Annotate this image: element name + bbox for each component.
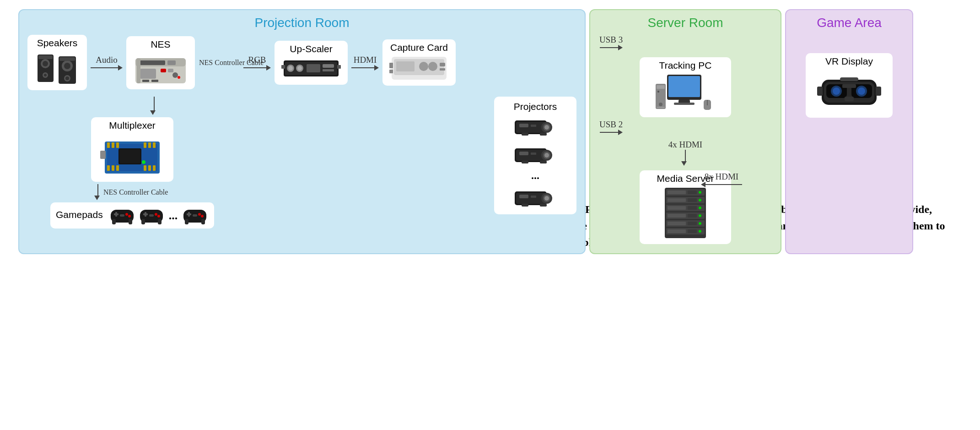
svg-rect-114 (668, 76, 700, 97)
svg-point-66 (128, 215, 131, 218)
gamepads-label: Gamepads (56, 209, 103, 220)
svg-rect-42 (389, 63, 393, 68)
hdmi8x-connector-area: 8x HDMI (18, 172, 742, 187)
svg-rect-131 (668, 191, 686, 194)
svg-rect-20 (137, 58, 140, 83)
nes-device: NES (126, 36, 195, 89)
svg-point-99 (544, 153, 549, 158)
svg-point-156 (858, 87, 865, 95)
svg-rect-119 (657, 91, 659, 93)
svg-rect-51 (144, 142, 146, 148)
nes-to-mux-arrowhead (150, 110, 156, 115)
svg-rect-43 (389, 70, 393, 73)
svg-rect-85 (201, 219, 205, 224)
svg-rect-68 (112, 219, 116, 224)
usb3-label: USB 3 (599, 35, 623, 45)
svg-rect-31 (323, 64, 334, 68)
svg-point-120 (659, 103, 662, 106)
svg-point-153 (833, 87, 840, 95)
vr-display-device: VR Display (806, 53, 893, 118)
speakers-label: Speakers (37, 38, 78, 49)
hdmi4x-arrow (684, 150, 687, 166)
svg-rect-100 (519, 152, 528, 155)
svg-point-74 (157, 215, 160, 218)
svg-point-4 (44, 74, 47, 76)
svg-rect-16 (140, 69, 156, 79)
svg-point-137 (699, 191, 701, 194)
svg-rect-47 (119, 149, 140, 163)
svg-rect-134 (668, 214, 686, 218)
svg-rect-33 (281, 65, 285, 69)
svg-point-140 (699, 214, 701, 217)
multiplexer-icon (100, 132, 164, 178)
svg-rect-54 (107, 165, 110, 171)
svg-point-27 (288, 66, 293, 71)
svg-point-141 (699, 222, 701, 225)
svg-rect-34 (337, 65, 341, 69)
svg-point-10 (65, 76, 69, 80)
nes-label: NES (151, 39, 170, 50)
usb3-arrow (600, 45, 623, 50)
svg-rect-21 (142, 80, 149, 82)
svg-rect-5 (38, 55, 53, 59)
mux-to-gamepads-arrowhead (94, 196, 100, 200)
svg-point-39 (428, 62, 437, 71)
speakers-icon (37, 50, 78, 87)
game-area-label: Game Area (791, 16, 908, 30)
svg-rect-94 (540, 133, 547, 136)
svg-point-65 (125, 213, 128, 216)
svg-rect-118 (657, 85, 665, 89)
upscaler-icon (281, 56, 341, 81)
svg-rect-40 (440, 63, 445, 66)
svg-rect-93 (522, 133, 528, 136)
svg-rect-116 (674, 103, 695, 105)
svg-point-38 (419, 62, 428, 71)
svg-rect-159 (840, 77, 858, 81)
rgb-label: RGB (248, 55, 266, 65)
capture-card-icon (389, 54, 449, 82)
media-server-icon (656, 185, 715, 240)
capture-card-label: Capture Card (390, 42, 448, 53)
svg-rect-67 (120, 214, 124, 217)
svg-rect-58 (148, 165, 151, 171)
svg-rect-80 (188, 212, 190, 217)
svg-rect-111 (522, 204, 528, 207)
gamepad3-icon (181, 205, 209, 226)
svg-rect-109 (519, 195, 528, 198)
svg-rect-110 (531, 196, 536, 198)
rgb-arrow (243, 65, 271, 71)
hdmi4x-label: 4x HDMI (668, 140, 702, 150)
server-room: Server Room USB 3 Tracking PC (589, 9, 781, 254)
svg-rect-145 (688, 206, 697, 210)
nes-to-mux-line (154, 97, 155, 110)
vr-display-label: VR Display (825, 56, 873, 67)
svg-rect-148 (688, 229, 697, 233)
svg-rect-57 (144, 165, 146, 171)
svg-rect-59 (153, 165, 156, 171)
multiplexer-area: Multiplexer (27, 97, 214, 229)
projectors-device: Projectors (494, 97, 576, 214)
svg-rect-76 (141, 219, 145, 224)
nes-controller-cable-bottom-label: NES Controller Cable (103, 188, 168, 196)
svg-rect-83 (193, 214, 197, 217)
svg-point-2 (43, 61, 48, 66)
svg-rect-132 (668, 198, 686, 202)
speakers-device: Speakers (27, 35, 87, 90)
audio-label: Audio (96, 55, 118, 65)
svg-rect-69 (129, 219, 132, 224)
projection-room-label: Projection Room (27, 16, 576, 30)
svg-rect-75 (149, 214, 154, 217)
svg-point-139 (699, 207, 701, 209)
gamepad1-icon (108, 205, 136, 226)
hdmi-arrow (351, 65, 379, 71)
upscaler-label: Up-Scaler (290, 44, 332, 54)
svg-point-61 (142, 160, 145, 164)
svg-rect-112 (540, 204, 547, 207)
svg-rect-22 (151, 80, 158, 82)
svg-rect-84 (185, 219, 188, 224)
svg-rect-147 (688, 222, 697, 225)
svg-point-138 (699, 199, 701, 201)
svg-rect-136 (668, 229, 686, 233)
svg-rect-92 (531, 125, 536, 127)
server-room-label: Server Room (595, 16, 776, 30)
